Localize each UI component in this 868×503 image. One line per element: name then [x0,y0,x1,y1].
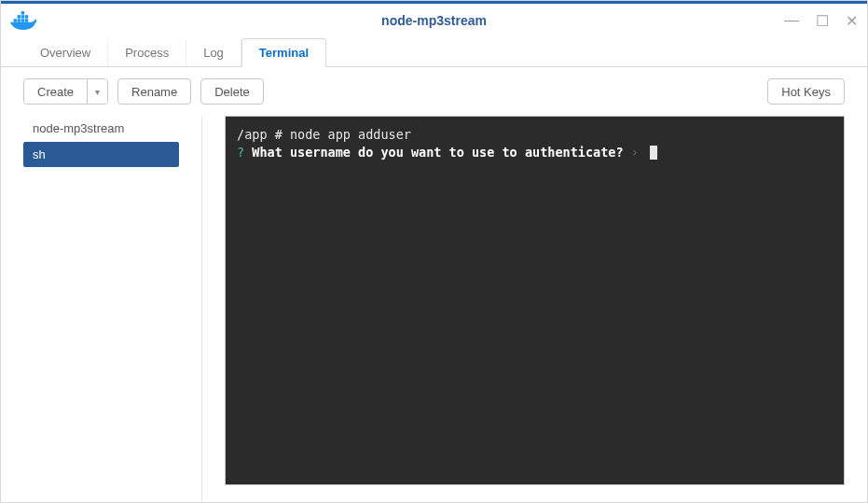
close-button[interactable]: ✕ [846,12,858,30]
svg-rect-0 [14,19,18,22]
tab-process[interactable]: Process [108,39,186,66]
delete-button[interactable]: Delete [200,78,264,105]
terminal-sessions-sidebar: node-mp3stream sh [1,116,202,502]
terminal-output[interactable]: /app # node app adduser ? What username … [225,116,845,485]
sidebar-item-node-mp3stream[interactable]: node-mp3stream [23,116,179,141]
window-title: node-mp3stream [1,13,867,28]
svg-rect-3 [25,19,29,22]
svg-rect-2 [21,19,25,22]
create-button[interactable]: Create [24,79,87,104]
docker-logo-icon [10,11,36,30]
chevron-down-icon: ▾ [95,87,100,97]
terminal-prompt: /app # [237,127,290,142]
svg-rect-4 [18,15,21,19]
toolbar: Create ▾ Rename Delete Hot Keys [1,67,867,116]
terminal-command: node app adduser [290,127,411,142]
terminal-input-caret: › [631,145,639,160]
maximize-button[interactable]: ☐ [816,12,829,30]
tab-bar: Overview Process Log Terminal [1,37,867,67]
terminal-question-marker: ? [237,145,244,160]
sidebar-item-sh[interactable]: sh [23,142,179,167]
tab-log[interactable]: Log [186,39,241,66]
minimize-button[interactable]: — [784,12,799,30]
terminal-cursor [650,146,657,160]
terminal-question-text: What username do you want to use to auth… [252,145,623,160]
hotkeys-button[interactable]: Hot Keys [767,78,845,105]
create-dropdown-caret[interactable]: ▾ [87,79,107,104]
svg-rect-1 [18,19,21,22]
rename-button[interactable]: Rename [117,78,191,105]
svg-rect-7 [21,11,25,15]
svg-rect-6 [25,15,29,19]
titlebar: node-mp3stream — ☐ ✕ [1,1,867,37]
create-button-group: Create ▾ [23,78,108,105]
tab-terminal[interactable]: Terminal [241,38,326,67]
svg-rect-5 [21,15,25,19]
tab-overview[interactable]: Overview [23,39,108,66]
